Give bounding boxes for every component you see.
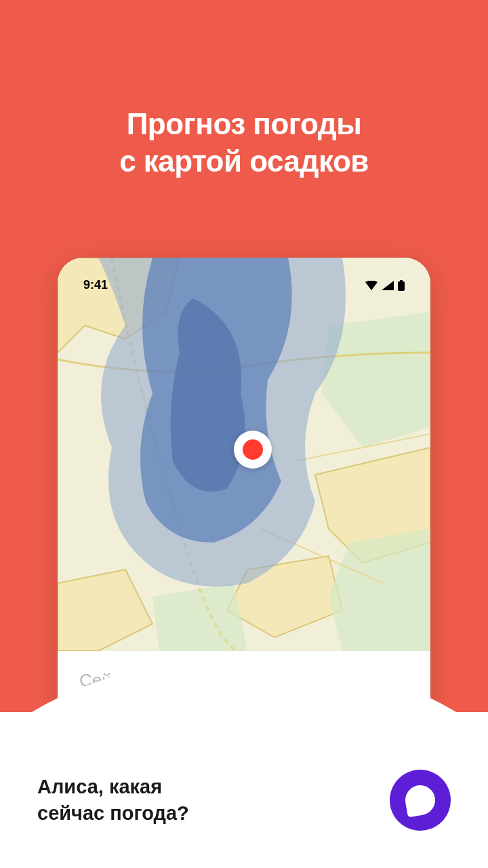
alice-prompt-text: Алиса, какая сейчас погода? (37, 774, 189, 827)
status-time: 9:41 (83, 278, 108, 292)
location-marker[interactable] (234, 431, 272, 469)
alice-voice-button[interactable] (390, 770, 451, 831)
battery-icon (398, 280, 405, 291)
location-marker-dot (243, 439, 263, 460)
hero-title-line1: Прогноз погоды (127, 107, 362, 140)
status-icons (365, 280, 405, 291)
alice-prompt-line2: сейчас погода? (37, 802, 189, 824)
status-bar: 9:41 (58, 278, 430, 292)
svg-rect-2 (400, 280, 403, 282)
svg-rect-1 (398, 281, 405, 291)
signal-icon (382, 281, 394, 290)
hero-title: Прогноз погоды с картой осадков (0, 0, 488, 180)
alice-icon (403, 783, 438, 818)
bottom-content: Алиса, какая сейчас погода? (37, 770, 451, 831)
hero-title-line2: с картой осадков (119, 144, 369, 178)
alice-prompt-line1: Алиса, какая (37, 776, 162, 797)
precipitation-map[interactable]: 9:41 (58, 258, 430, 651)
promo-screen: Прогноз погоды с картой осадков (0, 0, 488, 868)
wifi-icon (365, 281, 378, 290)
